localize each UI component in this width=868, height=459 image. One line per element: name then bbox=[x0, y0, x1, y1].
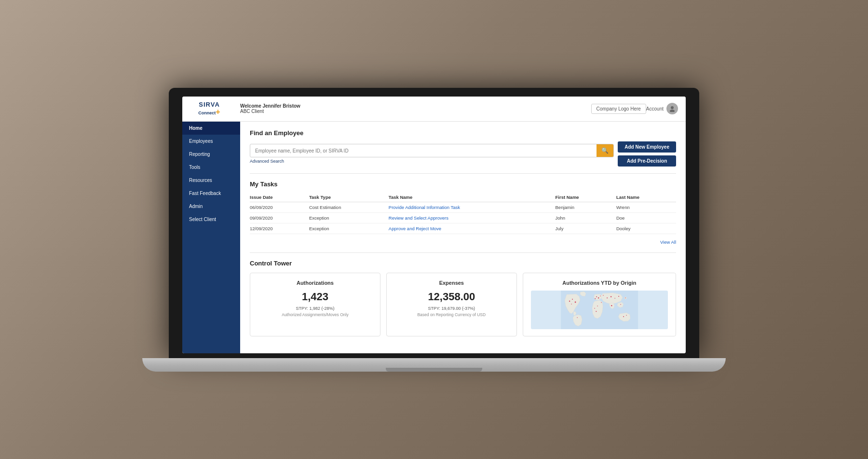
table-row: 12/09/2020 Exception Approve and Reject … bbox=[250, 223, 676, 234]
sidebar-item-resources[interactable]: Resources bbox=[182, 174, 240, 187]
search-input-group: 🔍 bbox=[250, 144, 614, 157]
welcome-area: Welcome Jennifer Bristow ABC Client bbox=[240, 103, 586, 114]
sidebar-item-employees[interactable]: Employees bbox=[182, 135, 240, 148]
main-body: Home Employees Reporting Tools Resources… bbox=[182, 122, 686, 353]
add-pre-decision-button[interactable]: Add Pre-Decision bbox=[618, 155, 676, 167]
find-employee-title: Find an Employee bbox=[250, 129, 676, 137]
company-logo-button[interactable]: Company Logo Here bbox=[591, 104, 646, 114]
search-icon: 🔍 bbox=[601, 147, 609, 154]
sidebar-item-tools[interactable]: Tools bbox=[182, 161, 240, 174]
content-area: Find an Employee 🔍 Advance bbox=[240, 122, 686, 353]
exp-card-note: Based on Reporting Currency of USD bbox=[394, 312, 509, 317]
svg-point-3 bbox=[569, 300, 570, 301]
svg-point-15 bbox=[614, 298, 615, 299]
svg-point-13 bbox=[607, 297, 608, 298]
search-row: 🔍 Advanced Search Add New Employee Add P… bbox=[250, 141, 676, 167]
my-tasks-section: My Tasks Issue Date Task Type Task Name … bbox=[250, 181, 676, 246]
task-type: Exception bbox=[309, 212, 389, 223]
svg-point-5 bbox=[574, 301, 576, 303]
auth-card-value: 1,423 bbox=[258, 291, 372, 303]
exp-card-value: 12,358.00 bbox=[394, 291, 509, 303]
sidebar-item-fast-feedback[interactable]: Fast Feedback bbox=[182, 187, 240, 200]
svg-point-18 bbox=[620, 304, 621, 305]
my-tasks-title: My Tasks bbox=[250, 181, 676, 188]
control-tower-title: Control Tower bbox=[250, 260, 676, 267]
divider-2 bbox=[250, 252, 676, 253]
task-first-name: John bbox=[556, 212, 616, 223]
svg-point-14 bbox=[610, 296, 611, 297]
task-name: Review and Select Approvers bbox=[389, 212, 556, 223]
laptop-wrapper: SIRVA Connect+ Welcome Jennifer Bristow … bbox=[169, 88, 699, 372]
world-map bbox=[531, 291, 668, 329]
exp-card-title: Expenses bbox=[394, 280, 509, 286]
task-issue-date: 09/09/2020 bbox=[250, 212, 309, 223]
svg-point-16 bbox=[618, 296, 619, 297]
client-text: ABC Client bbox=[240, 109, 586, 114]
task-name: Approve and Reject Move bbox=[389, 223, 556, 234]
task-first-name: July bbox=[556, 223, 616, 234]
logo-connect: Connect bbox=[198, 111, 216, 115]
svg-point-8 bbox=[598, 297, 599, 298]
svg-point-17 bbox=[611, 305, 612, 306]
logo-text: SIRVA bbox=[199, 101, 220, 108]
svg-point-23 bbox=[603, 295, 604, 296]
sidebar-item-admin[interactable]: Admin bbox=[182, 200, 240, 213]
svg-point-22 bbox=[577, 317, 578, 318]
task-name: Provide Additional Information Task bbox=[389, 202, 556, 212]
advanced-search-link[interactable]: Advanced Search bbox=[250, 159, 614, 164]
action-buttons: Add New Employee Add Pre-Decision bbox=[618, 141, 676, 167]
col-task-type: Task Type bbox=[309, 193, 389, 202]
tasks-table: Issue Date Task Type Task Name First Nam… bbox=[250, 193, 676, 234]
sidebar-item-select-client[interactable]: Select Client bbox=[182, 213, 240, 226]
col-task-name: Task Name bbox=[389, 193, 556, 202]
svg-point-0 bbox=[671, 106, 674, 109]
sidebar-item-reporting[interactable]: Reporting bbox=[182, 148, 240, 161]
sidebar-item-home[interactable]: Home bbox=[182, 122, 240, 135]
svg-point-7 bbox=[596, 296, 597, 297]
svg-point-20 bbox=[623, 316, 624, 317]
task-type: Cost Estimation bbox=[309, 202, 389, 212]
task-type: Exception bbox=[309, 223, 389, 234]
task-last-name: Wrenn bbox=[616, 202, 676, 212]
search-input[interactable] bbox=[250, 145, 597, 156]
col-last-name: Last Name bbox=[616, 193, 676, 202]
divider-1 bbox=[250, 173, 676, 174]
screen-inner: SIRVA Connect+ Welcome Jennifer Bristow … bbox=[182, 97, 686, 353]
logo-connect-line: Connect+ bbox=[198, 108, 220, 116]
auth-card-note: Authorized Assignments/Moves Only bbox=[258, 312, 372, 317]
find-employee-section: Find an Employee 🔍 Advance bbox=[250, 129, 676, 167]
top-bar: SIRVA Connect+ Welcome Jennifer Bristow … bbox=[182, 97, 686, 122]
logo-sirva: SIRVA bbox=[199, 101, 220, 108]
svg-point-1 bbox=[670, 110, 675, 112]
auth-ytd-card: Authorizations YTD by Origin bbox=[523, 273, 676, 336]
view-all-link[interactable]: View All bbox=[660, 239, 676, 245]
expenses-card: Expenses 12,358.00 STPY: 19,679.00 (-37%… bbox=[386, 273, 517, 336]
table-row: 09/09/2020 Exception Review and Select A… bbox=[250, 212, 676, 223]
svg-point-11 bbox=[601, 302, 602, 303]
auth-card-stpy: STPY: 1,982 (-28%) bbox=[258, 306, 372, 311]
control-tower-section: Control Tower Authorizations 1,423 STPY:… bbox=[250, 260, 676, 336]
search-area: 🔍 Advanced Search bbox=[250, 144, 614, 164]
account-area: Account bbox=[646, 103, 678, 114]
task-last-name: Doe bbox=[616, 212, 676, 223]
logo-area: SIRVA Connect+ bbox=[190, 101, 229, 116]
view-all-row: View All bbox=[250, 234, 676, 246]
table-row: 06/09/2020 Cost Estimation Provide Addit… bbox=[250, 202, 676, 212]
sidebar: Home Employees Reporting Tools Resources… bbox=[182, 122, 240, 353]
svg-point-25 bbox=[596, 311, 597, 312]
search-button[interactable]: 🔍 bbox=[597, 144, 613, 157]
cards-row: Authorizations 1,423 STPY: 1,982 (-28%) … bbox=[250, 273, 676, 336]
svg-point-21 bbox=[626, 315, 627, 316]
svg-point-24 bbox=[594, 308, 595, 309]
add-new-employee-button[interactable]: Add New Employee bbox=[618, 141, 676, 153]
laptop-base bbox=[142, 358, 726, 372]
authorizations-card: Authorizations 1,423 STPY: 1,982 (-28%) … bbox=[250, 273, 380, 336]
svg-point-12 bbox=[597, 306, 598, 306]
welcome-text: Welcome Jennifer Bristow bbox=[240, 103, 586, 109]
svg-point-9 bbox=[600, 295, 601, 296]
app-container: SIRVA Connect+ Welcome Jennifer Bristow … bbox=[182, 97, 686, 353]
task-issue-date: 06/09/2020 bbox=[250, 202, 309, 212]
svg-point-19 bbox=[625, 297, 626, 298]
task-last-name: Dooley bbox=[616, 223, 676, 234]
account-label: Account bbox=[646, 106, 664, 111]
